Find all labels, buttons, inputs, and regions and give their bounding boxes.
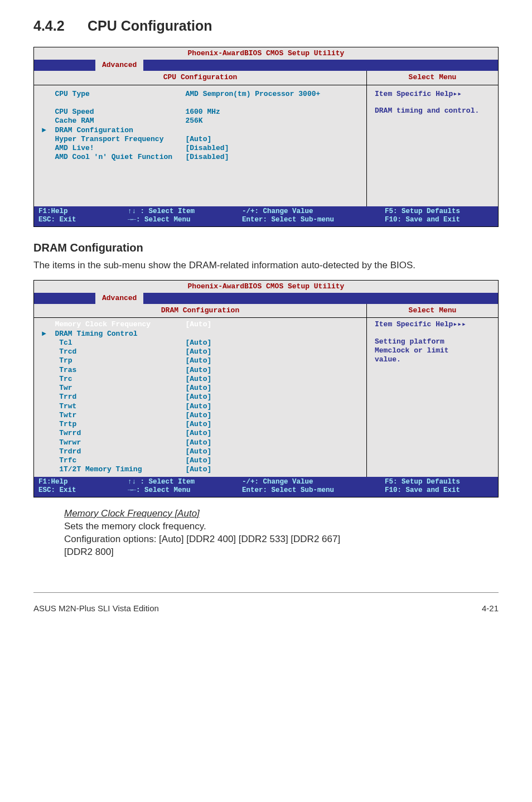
bios-setting-row[interactable]: Tcl [Auto]: [42, 339, 363, 347]
key-select-menu: →←: Select Menu: [128, 216, 242, 225]
help-body: DRAM timing and control.: [375, 107, 492, 115]
tab-spacer: [34, 293, 95, 303]
key-save-exit: F10: Save and Exit: [385, 486, 494, 495]
help-body-l3: value.: [375, 355, 492, 364]
bios-footer-keys: F1:Help ↑↓ : Select Item -/+: Change Val…: [34, 477, 498, 497]
bios-setting-row[interactable]: Twtr [Auto]: [42, 411, 363, 420]
right-pane-header: Select Menu: [367, 304, 498, 318]
bios-right-pane: Select Menu Item Specific Help▸▸ DRAM ti…: [367, 71, 498, 206]
bios-setting-row[interactable]: Trcd [Auto]: [42, 347, 363, 356]
detail-line-3: [DDR2 800]: [64, 546, 499, 559]
tab-advanced[interactable]: Advanced: [95, 60, 143, 71]
bios-utility-title: Phoenix-AwardBIOS CMOS Setup Utility: [34, 47, 498, 60]
bios-tab-row: Advanced: [34, 60, 498, 71]
key-exit: ESC: Exit: [38, 216, 128, 225]
left-pane-header: DRAM Configuration: [34, 304, 366, 318]
bios-setting-row[interactable]: Trp [Auto]: [42, 356, 363, 365]
section-title: CPU Configuration: [88, 18, 212, 33]
key-select-item: ↑↓ : Select Item: [128, 478, 242, 487]
key-select-menu: →←: Select Menu: [128, 486, 242, 495]
bios-setting-row[interactable]: Trdrd [Auto]: [42, 447, 363, 456]
bios-setting-row[interactable]: Twrrd [Auto]: [42, 429, 363, 438]
help-title: Item Specific Help▸▸▸: [375, 320, 492, 329]
key-change-value: -/+: Change Value: [242, 478, 385, 487]
bios-right-pane: Select Menu Item Specific Help▸▸▸ Settin…: [367, 304, 498, 477]
bios-settings-list: Memory Clock Frequency [Auto]► DRAM Timi…: [34, 318, 366, 476]
help-pane: Item Specific Help▸▸ DRAM timing and con…: [367, 85, 498, 124]
key-setup-defaults: F5: Setup Defaults: [385, 478, 494, 487]
bios-utility-title: Phoenix-AwardBIOS CMOS Setup Utility: [34, 281, 498, 293]
bios-setting-row[interactable]: Tras [Auto]: [42, 366, 363, 375]
detail-line-1: Sets the memory clock frequency.: [64, 520, 499, 533]
bios-setting-row[interactable]: Trc [Auto]: [42, 375, 363, 384]
dram-config-desc: The items in the sub-menu show the DRAM-…: [33, 259, 499, 272]
key-enter-submenu: Enter: Select Sub-menu: [242, 216, 385, 225]
key-help: F1:Help: [38, 207, 128, 216]
bios-setting-row[interactable]: Twrwr [Auto]: [42, 438, 363, 447]
bios-panel-cpu-config: Phoenix-AwardBIOS CMOS Setup Utility Adv…: [33, 47, 499, 227]
bios-left-pane: CPU Configuration CPU Type AMD Sempron(t…: [34, 71, 367, 206]
key-select-item: ↑↓ : Select Item: [128, 207, 242, 216]
help-title: Item Specific Help▸▸: [375, 90, 492, 99]
bios-setting-row[interactable]: Trwt [Auto]: [42, 402, 363, 411]
help-pane: Item Specific Help▸▸▸ Setting platform M…: [367, 318, 498, 372]
footer-page-number: 4-21: [482, 603, 499, 614]
help-body-l2: Memclock or limit: [375, 346, 492, 355]
key-exit: ESC: Exit: [38, 486, 128, 495]
dram-config-heading: DRAM Configuration: [33, 240, 499, 255]
right-pane-header: Select Menu: [367, 71, 498, 85]
help-body-l1: Setting platform: [375, 337, 492, 346]
setting-detail: Memory Clock Frequency [Auto] Sets the m…: [64, 508, 499, 559]
footer-product-name: ASUS M2N-Plus SLI Vista Edition: [33, 603, 159, 614]
bios-setting-row[interactable]: Trtp [Auto]: [42, 420, 363, 429]
bios-footer-keys: F1:Help ↑↓ : Select Item -/+: Change Val…: [34, 206, 498, 226]
section-number: 4.4.2: [33, 17, 84, 36]
detail-line-2: Configuration options: [Auto] [DDR2 400]…: [64, 533, 499, 546]
bios-settings-list: CPU Type AMD Sempron(tm) Processor 3000+…: [34, 85, 366, 206]
key-save-exit: F10: Save and Exit: [385, 216, 494, 225]
bios-tab-row: Advanced: [34, 293, 498, 304]
bios-setting-row[interactable]: Twr [Auto]: [42, 384, 363, 393]
bios-setting-row[interactable]: Trrd [Auto]: [42, 393, 363, 402]
tab-spacer: [34, 60, 95, 70]
page-footer: ASUS M2N-Plus SLI Vista Edition 4-21: [33, 592, 499, 631]
bios-setting-row[interactable]: Memory Clock Frequency [Auto]: [42, 320, 363, 329]
key-help: F1:Help: [38, 478, 128, 487]
bios-panel-dram-config: Phoenix-AwardBIOS CMOS Setup Utility Adv…: [33, 280, 499, 497]
left-pane-header: CPU Configuration: [34, 71, 366, 85]
key-enter-submenu: Enter: Select Sub-menu: [242, 486, 385, 495]
bios-setting-row[interactable]: ► DRAM Timing Control: [42, 330, 363, 339]
key-change-value: -/+: Change Value: [242, 207, 385, 216]
bios-setting-row[interactable]: 1T/2T Memory Timing [Auto]: [42, 465, 363, 474]
memory-clock-frequency-label: Memory Clock Frequency [Auto]: [64, 508, 499, 520]
key-setup-defaults: F5: Setup Defaults: [385, 207, 494, 216]
bios-setting-row[interactable]: Trfc [Auto]: [42, 456, 363, 465]
section-heading: 4.4.2 CPU Configuration: [33, 17, 499, 36]
bios-left-pane: DRAM Configuration Memory Clock Frequenc…: [34, 304, 367, 477]
tab-advanced[interactable]: Advanced: [95, 293, 143, 304]
